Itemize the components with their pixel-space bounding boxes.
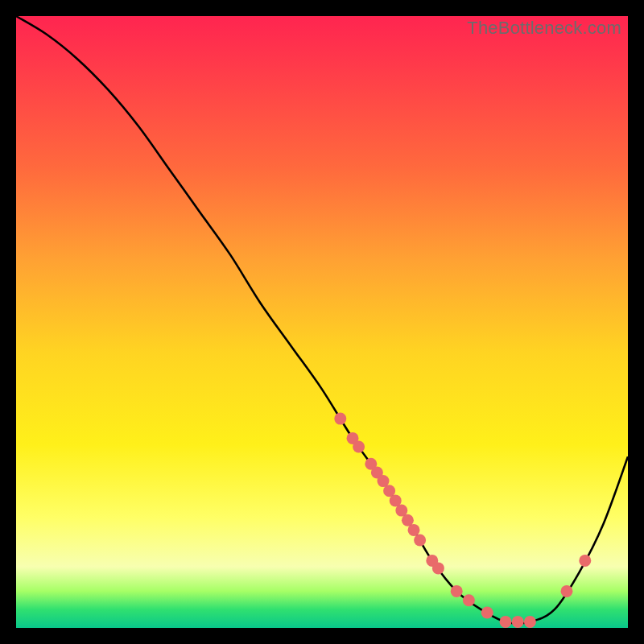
watermark-text: TheBottleneck.com <box>467 18 621 39</box>
data-point <box>561 585 573 597</box>
data-point <box>451 585 463 597</box>
data-point <box>512 616 524 628</box>
data-point <box>463 594 475 606</box>
data-point <box>524 616 536 628</box>
chart-svg <box>16 16 628 628</box>
data-point <box>414 535 426 547</box>
data-point <box>481 607 493 619</box>
data-point <box>432 562 444 574</box>
data-point <box>500 616 512 628</box>
chart-frame: TheBottleneck.com <box>16 16 628 628</box>
bottleneck-curve <box>16 16 628 623</box>
data-point <box>579 555 591 567</box>
data-point <box>353 441 365 453</box>
data-point <box>334 413 346 425</box>
data-point <box>408 524 420 536</box>
